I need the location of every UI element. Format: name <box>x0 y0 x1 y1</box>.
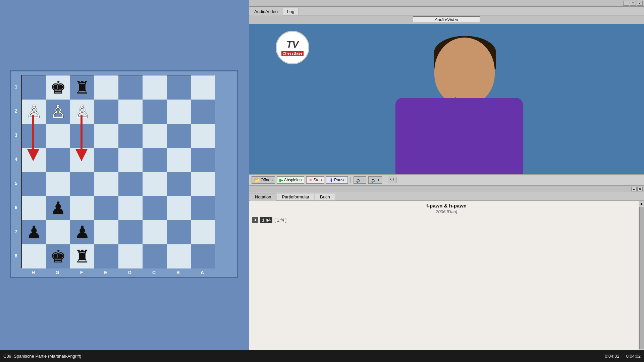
tab-partieformular[interactable]: Partieformular <box>277 193 314 200</box>
restore-button[interactable]: □ <box>630 1 636 6</box>
black-king-g1: ♚ <box>50 79 66 96</box>
open-button[interactable]: 📂 Öffnen <box>252 176 275 184</box>
square-e3[interactable] <box>94 124 118 148</box>
black-king-g8: ♚ <box>50 248 66 265</box>
tab-log[interactable]: Log <box>283 8 299 15</box>
square-b1[interactable] <box>167 75 191 100</box>
notation-scrollbar[interactable]: ▲ ▼ <box>639 201 644 355</box>
square-b2[interactable] <box>167 100 191 124</box>
square-b5[interactable] <box>167 172 191 196</box>
square-h4[interactable] <box>22 148 46 172</box>
square-c4[interactable] <box>143 148 167 172</box>
move-1-text[interactable]: 1.h4 <box>260 217 272 223</box>
tab-buch[interactable]: Buch <box>315 193 335 200</box>
close-button[interactable]: ✕ <box>637 1 643 6</box>
pause-label: Pause <box>334 178 345 182</box>
square-d1[interactable] <box>118 75 143 100</box>
notation-scroll-up[interactable]: ▲ <box>631 187 637 191</box>
square-h8[interactable] <box>22 244 46 268</box>
square-a8[interactable] <box>191 244 215 268</box>
square-c3[interactable] <box>143 124 167 148</box>
square-f6[interactable] <box>70 196 94 220</box>
square-d3[interactable] <box>118 124 143 148</box>
square-a7[interactable] <box>191 220 215 244</box>
tab-notation[interactable]: Notation <box>250 193 276 201</box>
square-a2[interactable] <box>191 100 215 124</box>
square-f3[interactable] <box>70 124 94 148</box>
square-a3[interactable] <box>191 124 215 148</box>
square-f4[interactable] <box>70 148 94 172</box>
square-d5[interactable] <box>118 172 143 196</box>
square-e2[interactable] <box>94 100 118 124</box>
square-g7[interactable] <box>46 220 70 244</box>
square-a5[interactable] <box>191 172 215 196</box>
square-c8[interactable] <box>143 244 167 268</box>
square-b3[interactable] <box>167 124 191 148</box>
square-g5[interactable] <box>46 172 70 196</box>
square-b8[interactable] <box>167 244 191 268</box>
file-e: E <box>94 270 118 275</box>
square-c5[interactable] <box>143 172 167 196</box>
play-button[interactable]: ▶ Abspielen <box>277 176 304 184</box>
square-g8[interactable]: ♚ <box>46 244 70 268</box>
square-b7[interactable] <box>167 220 191 244</box>
square-f7[interactable]: ♟ <box>70 220 94 244</box>
square-e8[interactable] <box>94 244 118 268</box>
file-labels: H G F E D C B A <box>21 270 214 275</box>
square-g3[interactable] <box>46 124 70 148</box>
square-a6[interactable] <box>191 196 215 220</box>
square-f8[interactable]: ♜ <box>70 244 94 268</box>
file-h: H <box>21 270 45 275</box>
notation-close[interactable]: ✕ <box>637 187 643 191</box>
shield-icon: 🛡 <box>390 178 394 182</box>
square-c1[interactable] <box>143 75 167 100</box>
rank-labels: 1 2 3 4 5 6 7 8 <box>13 75 19 268</box>
square-c6[interactable] <box>143 196 167 220</box>
scroll-up-arrow[interactable]: ▲ <box>639 201 644 206</box>
square-g4[interactable] <box>46 148 70 172</box>
scroll-thumb[interactable] <box>639 207 644 349</box>
top-tabs: Audio/Video Log <box>249 7 644 15</box>
vol-minus-button[interactable]: 🔊 - <box>354 176 366 184</box>
square-d7[interactable] <box>118 220 143 244</box>
shield-button[interactable]: 🛡 <box>388 177 396 183</box>
square-d8[interactable] <box>118 244 143 268</box>
square-h1[interactable] <box>22 75 46 100</box>
square-f5[interactable] <box>70 172 94 196</box>
square-e4[interactable] <box>94 148 118 172</box>
chess-board[interactable]: ♚ ♜ ♙ ♙ ♙ <box>21 75 214 268</box>
square-f1[interactable]: ♜ <box>70 75 94 100</box>
square-h5[interactable] <box>22 172 46 196</box>
stop-icon: ✕ <box>309 177 313 183</box>
pause-button[interactable]: ⏸ Pause <box>326 176 348 184</box>
minimize-button[interactable]: _ <box>623 1 629 6</box>
stop-button[interactable]: ✕ Stop <box>306 176 324 184</box>
square-c2[interactable] <box>143 100 167 124</box>
square-d4[interactable] <box>118 148 143 172</box>
square-g1[interactable]: ♚ <box>46 75 70 100</box>
square-h7[interactable]: ♟ <box>22 220 46 244</box>
square-d6[interactable] <box>118 196 143 220</box>
av-title-input[interactable] <box>413 16 480 23</box>
square-a4[interactable] <box>191 148 215 172</box>
square-h3[interactable] <box>22 124 46 148</box>
square-a1[interactable] <box>191 75 215 100</box>
move-icon-1: ♟ <box>252 217 258 223</box>
game-title: f-pawn & h-pawn <box>252 203 641 208</box>
square-e1[interactable] <box>94 75 118 100</box>
square-d2[interactable] <box>118 100 143 124</box>
square-b4[interactable] <box>167 148 191 172</box>
square-g6[interactable]: ♟ <box>46 196 70 220</box>
square-g2[interactable]: ♙ <box>46 100 70 124</box>
square-f2[interactable]: ♙ <box>70 100 94 124</box>
square-c7[interactable] <box>143 220 167 244</box>
square-h6[interactable] <box>22 196 46 220</box>
vol-minus-label: - <box>363 178 364 182</box>
vol-plus-button[interactable]: 🔊 + <box>368 176 382 184</box>
square-e5[interactable] <box>94 172 118 196</box>
square-b6[interactable] <box>167 196 191 220</box>
square-e6[interactable] <box>94 196 118 220</box>
tab-audio-video[interactable]: Audio/Video <box>250 8 282 15</box>
square-e7[interactable] <box>94 220 118 244</box>
square-h2[interactable]: ♙ <box>22 100 46 124</box>
